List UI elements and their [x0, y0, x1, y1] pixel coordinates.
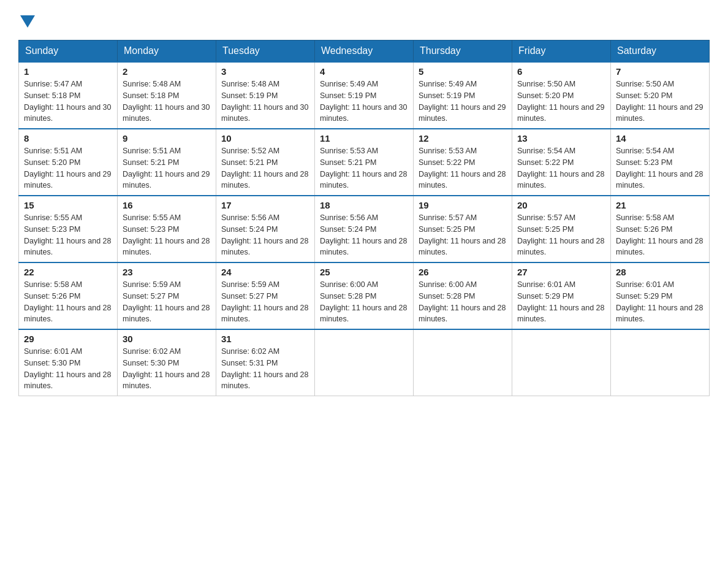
calendar-cell: 25 Sunrise: 6:00 AM Sunset: 5:28 PM Dayl…: [315, 262, 414, 329]
day-number: 26: [419, 267, 507, 277]
week-row: 22 Sunrise: 5:58 AM Sunset: 5:26 PM Dayl…: [19, 262, 710, 329]
day-info: Sunrise: 5:48 AM Sunset: 5:18 PM Dayligh…: [123, 79, 211, 124]
calendar-cell: 7 Sunrise: 5:50 AM Sunset: 5:20 PM Dayli…: [611, 62, 710, 129]
day-info: Sunrise: 5:52 AM Sunset: 5:21 PM Dayligh…: [221, 145, 309, 191]
calendar-cell: 1 Sunrise: 5:47 AM Sunset: 5:18 PM Dayli…: [19, 62, 118, 129]
day-number: 8: [24, 133, 112, 144]
day-of-week-header: Friday: [512, 40, 611, 63]
week-row: 8 Sunrise: 5:51 AM Sunset: 5:20 PM Dayli…: [19, 129, 710, 196]
day-number: 16: [123, 200, 211, 210]
logo-triangle-icon: [20, 15, 35, 28]
day-number: 11: [320, 133, 408, 144]
calendar-cell: 16 Sunrise: 5:55 AM Sunset: 5:23 PM Dayl…: [118, 196, 216, 262]
calendar-cell: 23 Sunrise: 5:59 AM Sunset: 5:27 PM Dayl…: [118, 262, 216, 329]
calendar-cell: [315, 329, 414, 396]
calendar-cell: 28 Sunrise: 6:01 AM Sunset: 5:29 PM Dayl…: [611, 262, 710, 329]
calendar-cell: 13 Sunrise: 5:54 AM Sunset: 5:22 PM Dayl…: [512, 129, 611, 196]
day-info: Sunrise: 5:54 AM Sunset: 5:23 PM Dayligh…: [616, 145, 704, 191]
calendar-cell: 21 Sunrise: 5:58 AM Sunset: 5:26 PM Dayl…: [611, 196, 710, 262]
day-info: Sunrise: 5:50 AM Sunset: 5:20 PM Dayligh…: [517, 79, 605, 124]
day-info: Sunrise: 5:53 AM Sunset: 5:21 PM Dayligh…: [320, 145, 408, 191]
day-info: Sunrise: 5:56 AM Sunset: 5:24 PM Dayligh…: [320, 212, 408, 258]
calendar-cell: 11 Sunrise: 5:53 AM Sunset: 5:21 PM Dayl…: [315, 129, 414, 196]
day-info: Sunrise: 5:58 AM Sunset: 5:26 PM Dayligh…: [616, 212, 704, 258]
day-of-week-header: Sunday: [19, 40, 118, 63]
calendar-table: SundayMondayTuesdayWednesdayThursdayFrid…: [18, 40, 710, 396]
day-number: 24: [221, 267, 309, 277]
day-of-week-header: Thursday: [414, 40, 512, 63]
day-number: 27: [517, 267, 605, 277]
calendar-cell: 12 Sunrise: 5:53 AM Sunset: 5:22 PM Dayl…: [414, 129, 512, 196]
calendar-cell: [512, 329, 611, 396]
page-header: [18, 12, 710, 28]
day-info: Sunrise: 6:00 AM Sunset: 5:28 PM Dayligh…: [419, 279, 507, 325]
calendar-cell: 2 Sunrise: 5:48 AM Sunset: 5:18 PM Dayli…: [118, 62, 216, 129]
day-info: Sunrise: 6:01 AM Sunset: 5:29 PM Dayligh…: [517, 279, 605, 325]
calendar-cell: 31 Sunrise: 6:02 AM Sunset: 5:31 PM Dayl…: [216, 329, 315, 396]
week-row: 29 Sunrise: 6:01 AM Sunset: 5:30 PM Dayl…: [19, 329, 710, 396]
day-number: 1: [24, 66, 112, 77]
calendar-cell: 19 Sunrise: 5:57 AM Sunset: 5:25 PM Dayl…: [414, 196, 512, 262]
day-number: 12: [419, 133, 507, 144]
calendar-cell: 3 Sunrise: 5:48 AM Sunset: 5:19 PM Dayli…: [216, 62, 315, 129]
calendar-cell: 22 Sunrise: 5:58 AM Sunset: 5:26 PM Dayl…: [19, 262, 118, 329]
day-info: Sunrise: 6:01 AM Sunset: 5:30 PM Dayligh…: [24, 346, 112, 392]
day-info: Sunrise: 5:49 AM Sunset: 5:19 PM Dayligh…: [320, 79, 408, 124]
day-info: Sunrise: 6:01 AM Sunset: 5:29 PM Dayligh…: [616, 279, 704, 325]
week-row: 1 Sunrise: 5:47 AM Sunset: 5:18 PM Dayli…: [19, 62, 710, 129]
day-number: 3: [221, 66, 309, 77]
day-number: 23: [123, 267, 211, 277]
day-info: Sunrise: 5:55 AM Sunset: 5:23 PM Dayligh…: [24, 212, 112, 258]
day-number: 9: [123, 133, 211, 144]
calendar-cell: [611, 329, 710, 396]
day-number: 10: [221, 133, 309, 144]
day-info: Sunrise: 5:47 AM Sunset: 5:18 PM Dayligh…: [24, 79, 112, 124]
day-info: Sunrise: 5:53 AM Sunset: 5:22 PM Dayligh…: [419, 145, 507, 191]
week-row: 15 Sunrise: 5:55 AM Sunset: 5:23 PM Dayl…: [19, 196, 710, 262]
day-info: Sunrise: 5:58 AM Sunset: 5:26 PM Dayligh…: [24, 279, 112, 325]
day-number: 6: [517, 66, 605, 77]
day-info: Sunrise: 5:55 AM Sunset: 5:23 PM Dayligh…: [123, 212, 211, 258]
day-number: 4: [320, 66, 408, 77]
calendar-cell: 26 Sunrise: 6:00 AM Sunset: 5:28 PM Dayl…: [414, 262, 512, 329]
day-number: 20: [517, 200, 605, 210]
day-number: 29: [24, 334, 112, 344]
calendar-cell: 20 Sunrise: 5:57 AM Sunset: 5:25 PM Dayl…: [512, 196, 611, 262]
day-number: 7: [616, 66, 704, 77]
day-info: Sunrise: 5:57 AM Sunset: 5:25 PM Dayligh…: [419, 212, 507, 258]
calendar-cell: 18 Sunrise: 5:56 AM Sunset: 5:24 PM Dayl…: [315, 196, 414, 262]
calendar-cell: 9 Sunrise: 5:51 AM Sunset: 5:21 PM Dayli…: [118, 129, 216, 196]
logo: [18, 12, 37, 28]
day-info: Sunrise: 6:02 AM Sunset: 5:31 PM Dayligh…: [221, 346, 309, 392]
calendar-cell: 14 Sunrise: 5:54 AM Sunset: 5:23 PM Dayl…: [611, 129, 710, 196]
day-number: 13: [517, 133, 605, 144]
day-info: Sunrise: 5:54 AM Sunset: 5:22 PM Dayligh…: [517, 145, 605, 191]
day-info: Sunrise: 5:57 AM Sunset: 5:25 PM Dayligh…: [517, 212, 605, 258]
day-number: 22: [24, 267, 112, 277]
calendar-cell: 10 Sunrise: 5:52 AM Sunset: 5:21 PM Dayl…: [216, 129, 315, 196]
day-number: 25: [320, 267, 408, 277]
day-info: Sunrise: 5:51 AM Sunset: 5:21 PM Dayligh…: [123, 145, 211, 191]
day-number: 5: [419, 66, 507, 77]
calendar-cell: 30 Sunrise: 6:02 AM Sunset: 5:30 PM Dayl…: [118, 329, 216, 396]
calendar-cell: 6 Sunrise: 5:50 AM Sunset: 5:20 PM Dayli…: [512, 62, 611, 129]
day-of-week-header: Saturday: [611, 40, 710, 63]
day-info: Sunrise: 5:49 AM Sunset: 5:19 PM Dayligh…: [419, 79, 507, 124]
day-number: 21: [616, 200, 704, 210]
day-info: Sunrise: 5:48 AM Sunset: 5:19 PM Dayligh…: [221, 79, 309, 124]
calendar-cell: 17 Sunrise: 5:56 AM Sunset: 5:24 PM Dayl…: [216, 196, 315, 262]
day-info: Sunrise: 5:51 AM Sunset: 5:20 PM Dayligh…: [24, 145, 112, 191]
day-of-week-header: Monday: [118, 40, 216, 63]
day-info: Sunrise: 5:56 AM Sunset: 5:24 PM Dayligh…: [221, 212, 309, 258]
day-number: 17: [221, 200, 309, 210]
calendar-cell: [414, 329, 512, 396]
calendar-cell: 4 Sunrise: 5:49 AM Sunset: 5:19 PM Dayli…: [315, 62, 414, 129]
calendar-cell: 29 Sunrise: 6:01 AM Sunset: 5:30 PM Dayl…: [19, 329, 118, 396]
day-of-week-header: Tuesday: [216, 40, 315, 63]
calendar-cell: 15 Sunrise: 5:55 AM Sunset: 5:23 PM Dayl…: [19, 196, 118, 262]
day-info: Sunrise: 6:02 AM Sunset: 5:30 PM Dayligh…: [123, 346, 211, 392]
day-info: Sunrise: 6:00 AM Sunset: 5:28 PM Dayligh…: [320, 279, 408, 325]
day-info: Sunrise: 5:59 AM Sunset: 5:27 PM Dayligh…: [123, 279, 211, 325]
day-number: 18: [320, 200, 408, 210]
day-number: 30: [123, 334, 211, 344]
